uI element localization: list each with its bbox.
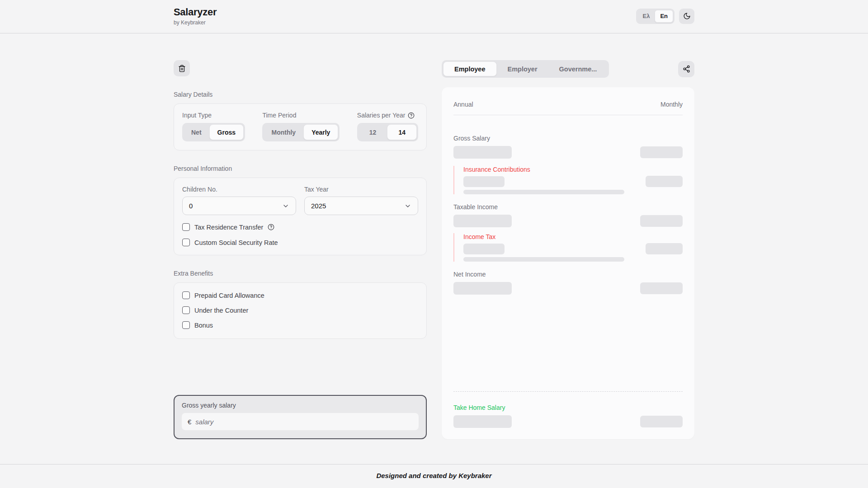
skeleton-loader: [463, 176, 505, 187]
extra-benefits-card: Prepaid Card Allowance Under the Counter…: [174, 282, 427, 339]
insurance-contributions-block: Insurance Contributions: [453, 166, 683, 194]
children-select[interactable]: 0: [182, 197, 296, 215]
under-the-counter-label: Under the Counter: [194, 307, 248, 314]
skeleton-loader: [640, 146, 683, 158]
tab-employer[interactable]: Employer: [497, 61, 548, 76]
tab-government[interactable]: Governme...: [548, 61, 608, 76]
skeleton-loader: [640, 282, 683, 294]
theme-toggle-button[interactable]: [679, 9, 694, 24]
clear-form-button[interactable]: [174, 60, 190, 76]
form-column: Salary Details Input Type Net Gross Time…: [174, 60, 427, 439]
under-the-counter-row[interactable]: Under the Counter: [182, 306, 418, 314]
footer-credit: Designed and created by Keybraker: [174, 472, 694, 479]
insurance-contributions-label: Insurance Contributions: [463, 166, 683, 173]
prepaid-card-allowance-checkbox[interactable]: [182, 291, 190, 299]
tax-residence-transfer-checkbox[interactable]: [182, 223, 190, 231]
salaryzer-app: Salaryzer by Keybraker Ελ En: [0, 0, 868, 479]
input-type-toggle: Net Gross: [182, 123, 245, 141]
salaries-per-year-toggle: 12 14: [357, 123, 418, 141]
brand: Salaryzer by Keybraker: [174, 6, 217, 26]
input-type-gross-button[interactable]: Gross: [209, 124, 244, 140]
prepaid-card-allowance-label: Prepaid Card Allowance: [194, 292, 264, 299]
annual-column-header: Annual: [453, 101, 473, 108]
bonus-checkbox[interactable]: [182, 321, 190, 329]
salary-details-card: Input Type Net Gross Time Period Monthly…: [174, 103, 427, 150]
salary-details-heading: Salary Details: [174, 91, 427, 98]
income-tax-block: Income Tax: [453, 233, 683, 262]
net-income-values: [453, 282, 683, 295]
personal-information-card: Children No. 0 Tax Year 2025: [174, 178, 427, 255]
income-tax-label: Income Tax: [463, 233, 683, 240]
time-period-label: Time Period: [262, 112, 340, 119]
input-type-field: Input Type Net Gross: [182, 112, 245, 141]
custom-social-security-checkbox[interactable]: [182, 239, 190, 246]
help-circle-icon[interactable]: [408, 112, 415, 119]
under-the-counter-checkbox[interactable]: [182, 306, 190, 314]
tax-year-select-value: 2025: [311, 202, 326, 210]
salaries-14-button[interactable]: 14: [387, 124, 417, 140]
custom-social-security-row[interactable]: Custom Social Security Rate: [182, 239, 418, 246]
skeleton-loader: [453, 146, 512, 159]
extra-benefits-heading: Extra Benefits: [174, 270, 427, 277]
salary-input-wrap[interactable]: €: [182, 413, 419, 430]
lang-greek-button[interactable]: Ελ: [637, 10, 655, 23]
column-separator: [453, 115, 683, 115]
input-type-label: Input Type: [182, 112, 245, 119]
lang-english-button[interactable]: En: [655, 10, 673, 23]
take-home-section: Take Home Salary: [453, 391, 683, 428]
tax-year-field: Tax Year 2025: [304, 186, 418, 215]
bonus-label: Bonus: [194, 322, 213, 329]
results-card: Annual Monthly Gross Salary Insurance Co…: [442, 87, 694, 439]
app-footer: Designed and created by Keybraker: [0, 464, 868, 479]
tax-residence-transfer-row[interactable]: Tax Residence Transfer: [182, 223, 418, 231]
salary-input[interactable]: [195, 418, 413, 426]
share-button[interactable]: [678, 61, 694, 77]
currency-symbol: €: [188, 418, 191, 426]
skeleton-loader: [463, 190, 624, 194]
gross-salary-values: [453, 146, 683, 159]
page-title: Salaryzer: [174, 6, 217, 18]
skeleton-loader: [463, 244, 505, 254]
skeleton-loader: [640, 416, 683, 427]
page-subtitle: by Keybraker: [174, 19, 217, 26]
chevron-down-icon: [404, 202, 411, 210]
taxable-income-label: Taxable Income: [453, 203, 683, 211]
input-type-net-button[interactable]: Net: [184, 124, 209, 140]
salaries-12-button[interactable]: 12: [359, 124, 387, 140]
salary-input-label: Gross yearly salary: [182, 402, 419, 409]
time-period-yearly-button[interactable]: Yearly: [303, 124, 338, 140]
perspective-tabs: Employee Employer Governme...: [442, 60, 609, 78]
take-home-salary-label: Take Home Salary: [453, 404, 683, 411]
tax-year-select[interactable]: 2025: [304, 197, 418, 215]
custom-social-security-label: Custom Social Security Rate: [194, 239, 278, 246]
children-select-value: 0: [189, 202, 193, 210]
moon-icon: [683, 12, 691, 20]
prepaid-card-allowance-row[interactable]: Prepaid Card Allowance: [182, 291, 418, 299]
monthly-column-header: Monthly: [660, 101, 683, 108]
skeleton-loader: [453, 415, 512, 428]
time-period-monthly-button[interactable]: Monthly: [264, 124, 303, 140]
help-circle-icon[interactable]: [268, 224, 274, 230]
salary-input-box: Gross yearly salary €: [174, 395, 427, 439]
header-controls: Ελ En: [636, 9, 694, 24]
trash-icon: [178, 65, 186, 72]
bonus-row[interactable]: Bonus: [182, 321, 418, 329]
taxable-income-values: [453, 215, 683, 227]
tab-employee[interactable]: Employee: [443, 61, 497, 76]
children-field: Children No. 0: [182, 186, 296, 215]
share-icon: [683, 65, 690, 73]
language-toggle: Ελ En: [636, 9, 675, 24]
results-column: Employee Employer Governme... Annual Mon…: [442, 60, 694, 439]
personal-information-heading: Personal Information: [174, 165, 427, 172]
dashed-separator: [453, 391, 683, 392]
salaries-per-year-field: Salaries per Year 12 14: [357, 112, 418, 141]
insurance-contributions-values: [463, 176, 683, 187]
app-header: Salaryzer by Keybraker Ελ En: [0, 0, 868, 33]
time-period-toggle: Monthly Yearly: [262, 123, 340, 141]
income-tax-values: [463, 243, 683, 254]
skeleton-loader: [453, 282, 512, 295]
results-tabs-row: Employee Employer Governme...: [442, 60, 694, 78]
children-label: Children No.: [182, 186, 296, 193]
main-content: Salary Details Input Type Net Gross Time…: [174, 60, 694, 439]
take-home-values: [453, 415, 683, 428]
